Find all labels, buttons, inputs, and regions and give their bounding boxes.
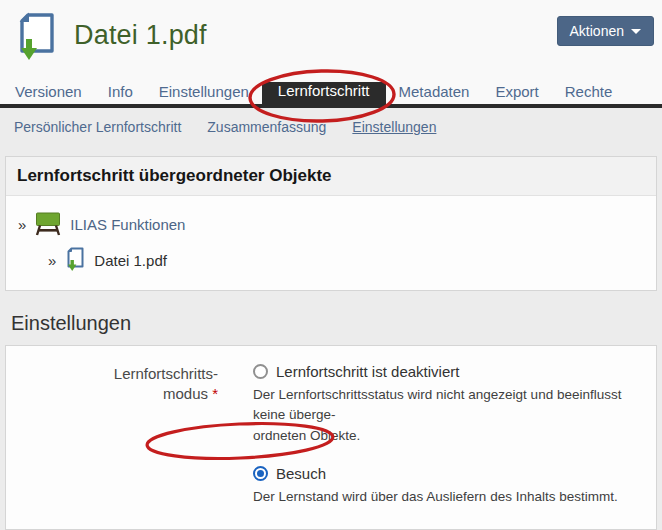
page-title: Datei 1.pdf [74,20,207,51]
label-line-2: modus [163,385,208,402]
parent-objects-title: Lernfortschritt übergeordneter Objekte [6,157,656,196]
tab-export[interactable]: Export [482,80,551,104]
help-line-1: Der Lernfortschrittsstatus wird nicht an… [253,385,653,426]
learning-progress-mode-row: Lernfortschritts- modus * Lernfortschrit… [6,363,656,507]
page-header: Datei 1.pdf Aktionen [0,0,662,82]
option-besuch-help: Der Lernstand wird über das Ausliefern d… [253,487,653,507]
chevron-down-icon [631,29,641,34]
help-line-2: ordneten Objekte. [253,426,653,446]
subtab-zusammenfassung[interactable]: Zusammenfassung [207,119,326,135]
current-object-label: Datei 1.pdf [94,252,167,269]
required-asterisk: * [212,385,218,402]
subtab-einstellungen[interactable]: Einstellungen [352,119,436,135]
tab-info[interactable]: Info [95,80,146,104]
option-deactivated-label: Lernfortschritt ist deaktiviert [276,363,459,380]
list-item: » ILIAS Funktionen [18,206,644,242]
option-deactivated[interactable]: Lernfortschritt ist deaktiviert [253,363,653,380]
subtab-persoenlicher-lernfortschritt[interactable]: Persönlicher Lernfortschritt [14,119,181,135]
tab-metadaten[interactable]: Metadaten [386,80,483,104]
settings-form-card: Lernfortschritts- modus * Lernfortschrit… [5,345,657,530]
parent-objects-list: » ILIAS Funktionen » Datei 1.pdf [6,196,656,290]
parent-objects-card: Lernfortschritt übergeordneter Objekte »… [5,156,657,291]
radio-besuch[interactable] [253,466,268,481]
content-area: Lernfortschritt übergeordneter Objekte »… [0,147,662,530]
list-bullet: » [48,252,56,269]
file-download-icon [65,247,85,273]
list-item: » Datei 1.pdf [48,242,644,278]
option-besuch[interactable]: Besuch [253,465,653,482]
tab-einstellungen[interactable]: Einstellungen [146,80,262,104]
label-line-1: Lernfortschritts- [114,365,218,382]
option-deactivated-help: Der Lernfortschrittsstatus wird nicht an… [253,385,653,446]
settings-section-heading: Einstellungen [11,312,657,335]
sub-tabbar: Persönlicher Lernfortschritt Zusammenfas… [0,108,662,147]
learning-progress-mode-label: Lernfortschritts- modus * [6,363,218,507]
parent-object-link[interactable]: ILIAS Funktionen [70,216,185,233]
tab-versionen[interactable]: Versionen [2,80,95,104]
file-download-icon [14,12,58,64]
radio-deactivated[interactable] [253,364,268,379]
category-board-icon [35,212,61,236]
option-besuch-label: Besuch [276,465,326,482]
learning-progress-mode-options: Lernfortschritt ist deaktiviert Der Lern… [253,363,653,507]
help-line-1: Der Lernstand wird über das Ausliefern d… [253,487,653,507]
tab-rechte[interactable]: Rechte [552,80,626,104]
actions-button-label: Aktionen [570,23,624,39]
list-bullet: » [18,216,26,233]
actions-button[interactable]: Aktionen [557,16,654,46]
main-tabbar: Versionen Info Einstellungen Lernfortsch… [0,82,662,108]
